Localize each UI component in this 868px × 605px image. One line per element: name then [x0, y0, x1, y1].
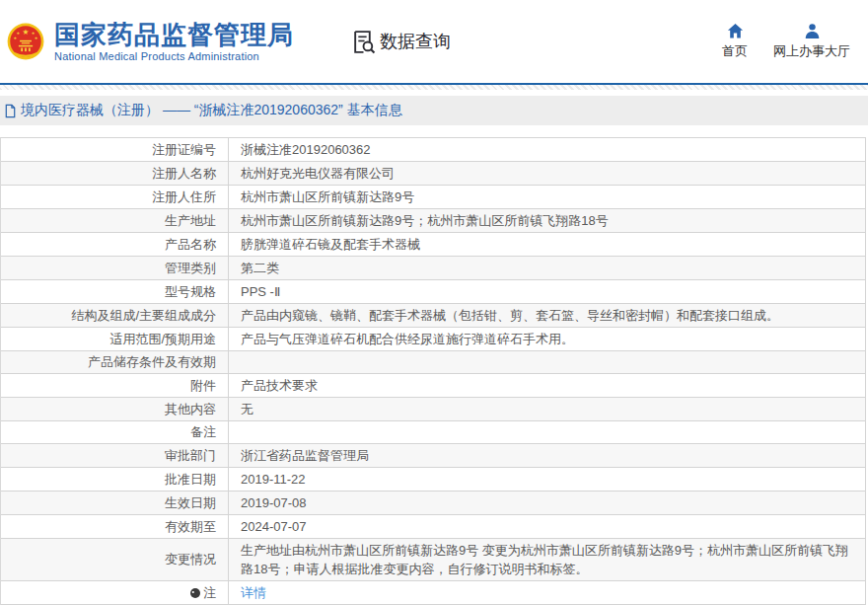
person-icon — [804, 23, 821, 39]
note-label: 注 — [203, 584, 216, 602]
table-row: 适用范围/预期用途产品与气压弹道碎石机配合供经尿道施行弹道碎石手术用。 — [1, 328, 865, 351]
row-label: 适用范围/预期用途 — [1, 328, 229, 350]
row-label: 其他内容 — [1, 398, 229, 420]
row-label: 产品名称 — [1, 233, 229, 256]
table-row: 附件产品技术要求 — [1, 374, 865, 398]
row-label: 有效期至 — [1, 515, 229, 538]
agency-name-zh: 国家药品监督管理局 — [54, 21, 294, 48]
agency-name-en: National Medical Products Administration — [54, 50, 294, 62]
row-value — [229, 421, 865, 443]
table-row: 审批部门浙江省药品监督管理局 — [1, 444, 865, 468]
document-search-icon — [351, 30, 376, 54]
row-value: 浙械注准20192060362 — [229, 138, 865, 161]
national-emblem-icon: ★ ★ ★ ★ ★ — [7, 23, 44, 60]
breadcrumb: 境内医疗器械（注册） —— “浙械注准20192060362” 基本信息 — [21, 102, 402, 119]
note-icon — [189, 587, 201, 599]
row-value: 产品与气压弹道碎石机配合供经尿道施行弹道碎石手术用。 — [229, 328, 865, 350]
table-row: 注册人住所杭州市萧山区所前镇新达路9号 — [1, 186, 865, 209]
row-label: 备注 — [1, 421, 229, 443]
table-row: 其他内容无 — [1, 398, 865, 421]
row-value: 详情 — [229, 581, 865, 604]
row-value: PPS -Ⅱ — [229, 280, 865, 303]
row-label: 生效日期 — [1, 492, 229, 514]
nav-label-service-hall: 网上办事大厅 — [773, 42, 850, 60]
table-row: 备注 — [1, 421, 865, 444]
table-row: 型号规格PPS -Ⅱ — [1, 280, 865, 304]
row-label: 型号规格 — [1, 280, 229, 303]
svg-text:★: ★ — [13, 36, 17, 40]
site-header: ★ ★ ★ ★ ★ 国家药品监督管理局 National Medical Pro… — [0, 0, 868, 83]
nav-item-service-hall[interactable]: 网上办事大厅 — [773, 23, 850, 60]
row-label: 注册证编号 — [1, 138, 229, 161]
row-label: 附件 — [1, 374, 229, 397]
header-hatch-strip — [0, 85, 868, 90]
agency-title-block: 国家药品监督管理局 National Medical Products Admi… — [54, 21, 294, 62]
row-value: 产品技术要求 — [229, 374, 865, 397]
row-value: 2024-07-07 — [229, 515, 865, 538]
row-value: 膀胱弹道碎石镜及配套手术器械 — [229, 233, 865, 256]
table-row: 管理类别第二类 — [1, 257, 865, 280]
row-value: 杭州市萧山区所前镇新达路9号；杭州市萧山区所前镇飞翔路18号 — [229, 209, 865, 232]
table-row: 生效日期2019-07-08 — [1, 492, 865, 515]
data-query-section[interactable]: 数据查询 — [351, 30, 451, 54]
home-icon — [727, 23, 744, 39]
row-label: 注 — [1, 581, 229, 604]
row-value: 2019-11-22 — [229, 468, 865, 491]
table-row: 产品储存条件及有效期 — [1, 351, 865, 374]
registration-info-table: 注册证编号浙械注准20192060362 注册人名称杭州好克光电仪器有限公司 注… — [0, 137, 866, 605]
table-row: 产品名称膀胱弹道碎石镜及配套手术器械 — [1, 233, 865, 257]
table-row: 注册证编号浙械注准20192060362 — [1, 138, 865, 162]
row-label: 变更情况 — [1, 539, 229, 580]
row-label: 注册人名称 — [1, 162, 229, 185]
svg-text:★: ★ — [23, 28, 30, 37]
row-label: 管理类别 — [1, 257, 229, 279]
header-nav: 首页 网上办事大厅 — [722, 23, 850, 60]
breadcrumb-bar: 境内医疗器械（注册） —— “浙械注准20192060362” 基本信息 — [0, 96, 868, 125]
row-value: 杭州好克光电仪器有限公司 — [229, 162, 865, 185]
nmpa-logo[interactable]: ★ ★ ★ ★ ★ 国家药品监督管理局 National Medical Pro… — [7, 21, 294, 62]
nav-item-home[interactable]: 首页 — [722, 23, 748, 60]
row-value: 生产地址由杭州市萧山区所前镇新达路9号 变更为杭州市萧山区所前镇新达路9号；杭州… — [229, 539, 865, 580]
row-label: 注册人住所 — [1, 186, 229, 208]
row-value: 产品由内窥镜、镜鞘、配套手术器械（包括钳、剪、套石篮、导丝和密封帽）和配套接口组… — [229, 304, 865, 327]
table-row: 结构及组成/主要组成成分产品由内窥镜、镜鞘、配套手术器械（包括钳、剪、套石篮、导… — [1, 304, 865, 328]
row-label: 审批部门 — [1, 444, 229, 467]
document-icon — [3, 104, 18, 118]
table-row: 生产地址杭州市萧山区所前镇新达路9号；杭州市萧山区所前镇飞翔路18号 — [1, 209, 865, 233]
svg-text:★: ★ — [35, 36, 38, 40]
row-value: 浙江省药品监督管理局 — [229, 444, 865, 467]
row-label: 结构及组成/主要组成成分 — [1, 304, 229, 327]
row-value: 无 — [229, 398, 865, 420]
table-row-note: 注 详情 — [1, 581, 865, 605]
detail-link[interactable]: 详情 — [241, 583, 266, 602]
table-row: 批准日期2019-11-22 — [1, 468, 865, 492]
row-label: 生产地址 — [1, 209, 229, 232]
table-row: 注册人名称杭州好克光电仪器有限公司 — [1, 162, 865, 186]
data-query-label: 数据查询 — [380, 30, 451, 53]
row-value: 第二类 — [229, 257, 865, 279]
table-row: 有效期至2024-07-07 — [1, 515, 865, 539]
row-value — [229, 351, 865, 373]
table-row: 变更情况生产地址由杭州市萧山区所前镇新达路9号 变更为杭州市萧山区所前镇新达路9… — [1, 539, 865, 581]
row-label: 产品储存条件及有效期 — [1, 351, 229, 373]
row-label: 批准日期 — [1, 468, 229, 491]
row-value: 杭州市萧山区所前镇新达路9号 — [229, 186, 865, 208]
nav-label-home: 首页 — [722, 42, 748, 60]
row-value: 2019-07-08 — [229, 492, 865, 514]
